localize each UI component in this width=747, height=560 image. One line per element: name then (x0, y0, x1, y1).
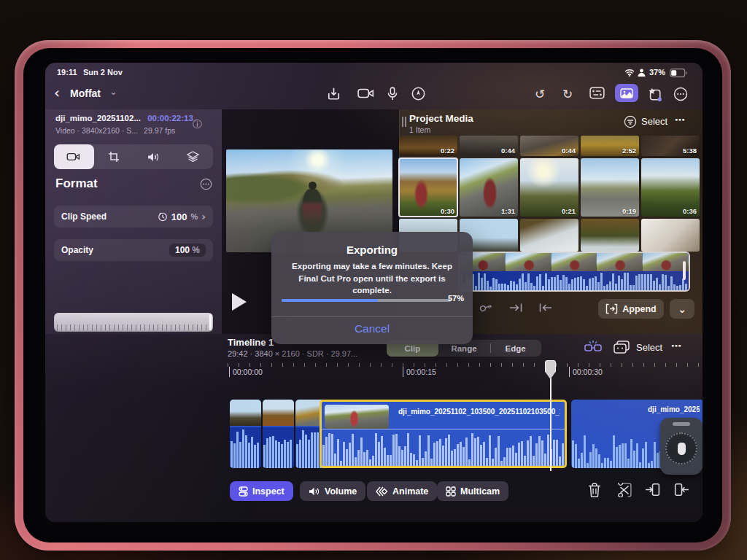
clip-speed-row[interactable]: Clip Speed 100 % › (54, 206, 213, 228)
append-options-button[interactable]: ⌄ (670, 299, 694, 319)
format-more-icon[interactable] (200, 178, 212, 190)
filmstrip-frame (643, 253, 689, 273)
speaker-icon (309, 486, 320, 497)
clip-fps: 29.97 fps (144, 126, 175, 135)
filter-icon[interactable] (624, 115, 637, 128)
multicam-button[interactable]: Multicam (437, 481, 508, 501)
media-panel-title: Project Media (409, 113, 473, 124)
effects-icon[interactable] (646, 87, 662, 101)
project-title[interactable]: Moffat (70, 88, 101, 99)
redo-icon[interactable]: ↻ (562, 87, 573, 101)
media-thumbnail[interactable] (520, 219, 578, 252)
tab-layers[interactable] (174, 144, 214, 169)
multicam-label: Multicam (460, 486, 500, 497)
playhead-line[interactable] (550, 363, 551, 471)
append-button[interactable]: Append (598, 299, 664, 319)
tab-audio[interactable] (133, 144, 174, 169)
clip-select-icon[interactable] (613, 340, 630, 354)
clip-speed-label: Clip Speed (61, 211, 107, 222)
opacity-row[interactable]: Opacity 100 % (54, 239, 213, 261)
ruler-label: 00:00:00 (229, 367, 263, 377)
import-icon[interactable] (327, 87, 341, 101)
trim-from-playhead-icon[interactable] (538, 302, 552, 314)
jog-drag-bar[interactable] (673, 422, 690, 426)
timeline-clip[interactable] (263, 400, 294, 468)
animate-button[interactable]: Animate (367, 481, 437, 501)
clip-duration: 0:44 (562, 147, 576, 155)
multicam-icon (446, 486, 456, 497)
media-thumbnail[interactable]: 0:30 (399, 158, 457, 217)
delete-icon[interactable] (588, 483, 601, 497)
media-thumbnail[interactable]: 0:21 (520, 158, 578, 217)
volume-button[interactable]: Volume (300, 481, 365, 501)
media-more-icon[interactable]: ⋯ (675, 114, 685, 125)
media-thumbnail[interactable]: 1:31 (460, 158, 518, 217)
tab-video[interactable] (54, 144, 94, 169)
connect-clips-icon[interactable] (584, 340, 603, 354)
media-select-button[interactable]: Select (641, 116, 667, 127)
blade-cut-icon[interactable] (616, 483, 632, 497)
status-bar: 19:11 Sun 2 Nov 37% (45, 63, 703, 82)
mic-icon[interactable] (387, 87, 398, 101)
media-thumbnail[interactable]: 2:52 (581, 136, 639, 156)
append-icon (605, 303, 618, 314)
timeline-clip-selected[interactable]: dji_mimo_20251102_103500_20251102103500_… (320, 400, 567, 468)
inspector-icon[interactable] (589, 87, 605, 99)
battery-icon (670, 69, 687, 77)
trim-end-icon[interactable] (674, 483, 689, 497)
opacity-slider[interactable] (54, 313, 213, 332)
project-caret-icon[interactable]: ⌄ (109, 86, 117, 97)
export-progress-percent: 57% (448, 294, 464, 303)
clip-duration: 0:21 (562, 207, 576, 215)
play-button[interactable] (232, 293, 247, 311)
nav-toolbar: ‹ Moffat ⌄ ↺ ↻ (45, 80, 703, 111)
undo-icon[interactable]: ↺ (535, 87, 545, 101)
info-icon[interactable]: ⓘ (193, 118, 202, 131)
timeline-clip[interactable] (230, 400, 261, 468)
keyframe-icon[interactable] (479, 302, 493, 314)
clip-thumbnail (325, 405, 389, 429)
mode-edge[interactable]: Edge (489, 340, 541, 357)
jog-wheel-overlay[interactable] (660, 418, 703, 475)
cancel-button[interactable]: Cancel (271, 322, 473, 335)
timeline-panel: Timeline 1 29:42 · 3840 × 2160 · SDR · 2… (45, 334, 703, 522)
timeline-clips-track: dji_mimo_20251102_103500_20251102103500_… (228, 400, 703, 468)
clip-speed-value: 100 (171, 211, 187, 222)
media-thumbnail[interactable]: 0:22 (399, 136, 457, 156)
fcp-app-screen: 19:11 Sun 2 Nov 37% ‹ Moffat ⌄ ↺ ↻ (45, 63, 703, 522)
selected-clip-filmstrip[interactable] (458, 252, 690, 292)
append-label: Append (622, 304, 657, 314)
media-browser-icon[interactable] (615, 84, 638, 102)
clip-duration: 0:30 (441, 207, 454, 215)
media-thumbnail[interactable] (581, 219, 639, 252)
media-thumbnail[interactable]: 0:44 (520, 136, 578, 156)
animate-icon (376, 486, 388, 497)
filmstrip-trim-handle[interactable] (683, 261, 686, 280)
back-icon[interactable]: ‹ (54, 84, 60, 101)
timeline-ruler[interactable]: 00:00:00 00:00:15 00:00:30 (228, 363, 703, 381)
opacity-slider-thumb[interactable] (209, 314, 212, 330)
media-thumbnail[interactable] (641, 219, 700, 252)
clip-duration: 2:52 (622, 147, 636, 155)
media-thumbnail[interactable]: 5:38 (641, 136, 700, 156)
timeline-select-button[interactable]: Select (636, 342, 662, 353)
camera-icon[interactable] (357, 87, 375, 100)
media-thumbnail[interactable]: 0:36 (641, 158, 700, 217)
status-date: Sun 2 Nov (83, 68, 123, 77)
inspect-button[interactable]: Inspect (230, 481, 293, 501)
trim-start-icon[interactable] (645, 483, 660, 497)
media-thumbnail[interactable]: 0:44 (460, 136, 518, 156)
export-progress-track (282, 299, 451, 302)
tab-transform[interactable] (94, 144, 134, 169)
clip-name: dji_mimo_20251102... (55, 114, 141, 122)
more-icon[interactable] (673, 87, 688, 101)
trim-to-playhead-icon[interactable] (509, 302, 523, 314)
inspector-tab-bar (54, 144, 213, 169)
media-thumbnail[interactable]: 0:19 (581, 158, 639, 217)
timeline-more-icon[interactable]: ⋯ (671, 340, 681, 351)
panel-drag-handle[interactable] (402, 117, 403, 127)
clip-speed-unit: % (190, 212, 198, 221)
timeline-title: Timeline 1 (228, 337, 274, 348)
pencil-draw-icon[interactable] (411, 87, 425, 101)
clip-duration: 5:38 (683, 147, 697, 155)
